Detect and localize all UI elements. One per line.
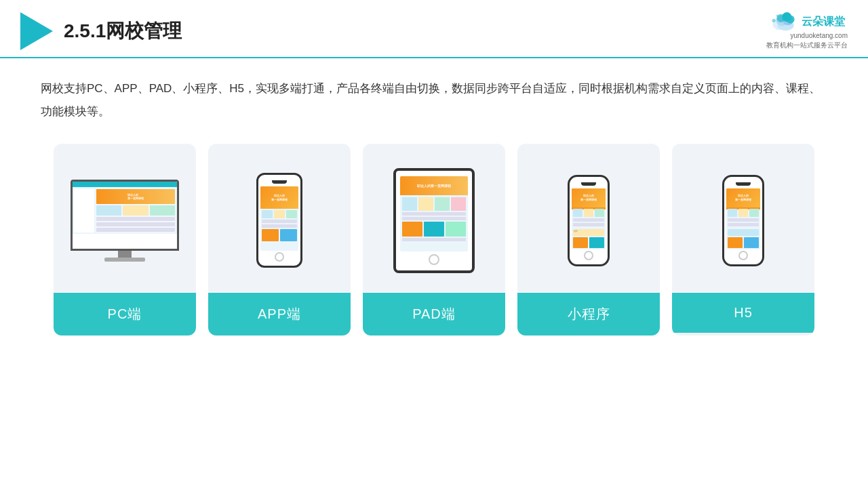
svg-point-6 — [786, 15, 794, 23]
card-pad-label: PAD端 — [363, 293, 505, 336]
card-h5-label: H5 — [672, 293, 814, 333]
cloud-logo: 云朵课堂 — [769, 12, 845, 31]
brand-logo: 云朵课堂 yunduoketang.com 教育机构一站式服务云平台 — [766, 12, 848, 50]
svg-point-7 — [772, 19, 775, 22]
phone-device-mock-app: 职达人的第一堂网课程 — [256, 173, 302, 268]
card-app: 职达人的第一堂网课程 — [208, 144, 351, 336]
card-h5: 职达人的第一堂网课程 — [672, 144, 814, 336]
phone-device-mock-h5: 职达人的第一堂网课程 — [722, 175, 764, 266]
page-title: 2.5.1网校管理 — [64, 18, 182, 44]
brand-tagline: yunduoketang.com 教育机构一站式服务云平台 — [766, 31, 848, 50]
description-text: 网校支持PC、APP、PAD、小程序、H5，实现多端打通，产品各终端自由切换，数… — [41, 77, 827, 123]
card-miniprogram: 职达人的第一堂网课程 推荐 — [517, 144, 660, 336]
card-pad: 职达人的第一堂网课程 — [363, 144, 505, 336]
card-app-label: APP端 — [208, 293, 351, 336]
brand-name: 云朵课堂 — [802, 15, 845, 29]
card-pc: 职达人的第一堂网课程 — [54, 144, 196, 336]
header: 2.5.1网校管理 云朵课堂 yunduoketang.com 教育机构一站式服… — [0, 0, 868, 58]
svg-point-8 — [776, 15, 779, 18]
logo-triangle-icon — [20, 12, 53, 50]
card-pc-image: 职达人的第一堂网课程 — [54, 144, 196, 293]
cloud-icon — [769, 12, 797, 31]
card-miniprogram-image: 职达人的第一堂网课程 推荐 — [517, 144, 660, 293]
platform-cards-row: 职达人的第一堂网课程 — [41, 144, 827, 336]
card-miniprogram-label: 小程序 — [517, 293, 660, 336]
header-left: 2.5.1网校管理 — [20, 12, 182, 50]
card-app-image: 职达人的第一堂网课程 — [208, 144, 351, 293]
card-h5-image: 职达人的第一堂网课程 — [672, 144, 814, 293]
pc-screen: 职达人的第一堂网课程 — [71, 180, 179, 251]
main-content: 网校支持PC、APP、PAD、小程序、H5，实现多端打通，产品各终端自由切换，数… — [0, 58, 868, 349]
card-pad-image: 职达人的第一堂网课程 — [363, 144, 505, 293]
tablet-device-mock: 职达人的第一堂网课程 — [393, 168, 475, 273]
card-pc-label: PC端 — [54, 293, 196, 336]
phone-device-mock-mini: 职达人的第一堂网课程 推荐 — [568, 175, 610, 266]
pc-device-mock: 职达人的第一堂网课程 — [71, 180, 179, 262]
